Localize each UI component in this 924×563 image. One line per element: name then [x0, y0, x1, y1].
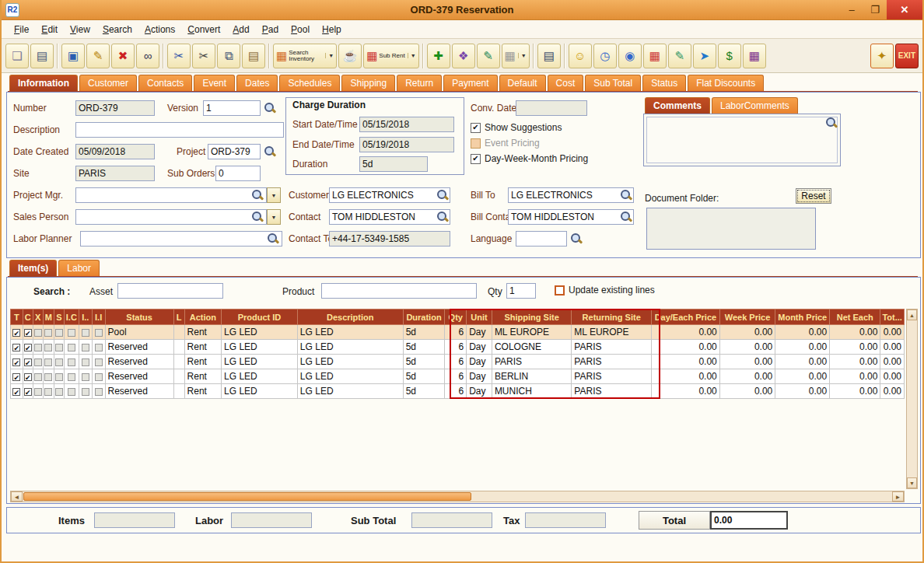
menu-search[interactable]: Search — [96, 22, 138, 37]
comments-search-icon[interactable] — [825, 117, 837, 128]
menu-pad[interactable]: Pad — [256, 22, 285, 37]
menu-convert[interactable]: Convert — [181, 22, 226, 37]
event-pricing-checkbox[interactable]: Event Pricing — [471, 138, 540, 149]
sales-person-dropdown-button[interactable]: ▼ — [267, 209, 281, 225]
menu-edit[interactable]: Edit — [35, 22, 64, 37]
row-checkbox[interactable]: ✔ — [24, 388, 32, 396]
feedback-button[interactable]: ☺ — [569, 44, 592, 68]
item-row[interactable]: ✔✔ReservedRentLG LEDLG LED5d6DayCOLOGNEP… — [11, 340, 905, 355]
comments-box[interactable] — [643, 114, 841, 166]
project-mgr-dropdown-button[interactable]: ▼ — [267, 187, 281, 203]
column-header-unit[interactable]: Unit — [467, 309, 492, 325]
menu-add[interactable]: Add — [226, 22, 255, 37]
column-header-description[interactable]: Description — [297, 309, 403, 325]
row-checkbox[interactable]: ✔ — [24, 344, 32, 351]
row-checkbox[interactable]: ✔ — [24, 358, 32, 366]
column-header-week-price[interactable]: Week Price — [719, 309, 775, 325]
project-mgr-field[interactable] — [75, 187, 267, 203]
row-checkbox[interactable]: ✔ — [24, 373, 32, 381]
modules-button[interactable]: ▦ — [743, 44, 766, 68]
tab-event[interactable]: Event — [194, 75, 235, 91]
sub-rent-button[interactable]: ▦Sub Rent▼ — [363, 44, 418, 68]
column-header-l[interactable]: L — [173, 309, 184, 325]
tab-status[interactable]: Status — [642, 75, 686, 91]
tab-cost[interactable]: Cost — [548, 75, 584, 91]
row-checkbox[interactable] — [44, 344, 52, 351]
edit-note-button[interactable]: ✎ — [477, 44, 500, 68]
tab-default[interactable]: Default — [499, 75, 546, 91]
tab-flat-discounts[interactable]: Flat Discounts — [688, 75, 764, 91]
tab-contacts[interactable]: Contacts — [138, 75, 192, 91]
menu-pool[interactable]: Pool — [285, 22, 316, 37]
column-header-i-c[interactable]: I.C — [64, 309, 79, 325]
column-header-net-each[interactable]: Net Each — [830, 309, 880, 325]
tab-customer[interactable]: Customer — [79, 75, 137, 91]
money-button[interactable]: $ — [718, 44, 741, 68]
tab-laborcomments[interactable]: LaborComments — [712, 97, 798, 114]
row-checkbox[interactable] — [82, 358, 89, 366]
find-button[interactable]: ∞ — [136, 44, 159, 68]
reset-button[interactable]: Reset — [796, 188, 831, 204]
rates-button[interactable]: ➤ — [693, 44, 716, 68]
row-checkbox[interactable] — [44, 373, 52, 381]
row-checkbox[interactable] — [82, 388, 89, 396]
row-checkbox[interactable] — [44, 329, 52, 337]
column-header-x[interactable]: X — [33, 309, 43, 325]
item-row[interactable]: ✔✔PoolRentLG LEDLG LED5d6DayML EUROPEML … — [11, 325, 905, 340]
description-field[interactable] — [75, 122, 284, 138]
minimize-button[interactable]: – — [840, 0, 863, 19]
number-field[interactable]: ORD-379 — [75, 100, 155, 116]
tab-comments[interactable]: Comments — [645, 97, 710, 114]
language-search-icon[interactable] — [570, 233, 582, 244]
contact-field[interactable]: TOM HIDDLESTON — [329, 209, 450, 225]
edit-button[interactable]: ✎ — [86, 44, 110, 68]
row-checkbox[interactable] — [55, 358, 63, 366]
comments-text[interactable] — [646, 117, 838, 163]
column-header-shipping-site[interactable]: Shipping Site — [492, 309, 571, 325]
sales-person-search-icon[interactable] — [251, 211, 263, 222]
column-header-month-price[interactable]: Month Price — [775, 309, 830, 325]
copy-button[interactable]: ⧉ — [217, 44, 240, 68]
row-checkbox[interactable]: ✔ — [12, 329, 20, 337]
column-header-day-each-price[interactable]: Day/Each Price — [651, 309, 719, 325]
search-inventory-button[interactable]: ▦Search Inventory▼ — [273, 44, 337, 68]
cut-to-document-button[interactable]: ✂ — [167, 44, 191, 68]
scroll-left-button[interactable]: ◄ — [11, 491, 23, 502]
qty-input[interactable]: 1 — [506, 283, 536, 299]
column-header-t[interactable]: T — [11, 309, 23, 325]
row-checkbox[interactable] — [95, 344, 103, 351]
row-checkbox[interactable]: ✔ — [24, 329, 32, 337]
version-search-icon[interactable] — [264, 102, 275, 114]
menu-help[interactable]: Help — [316, 22, 348, 37]
document-folder-box[interactable] — [646, 208, 816, 250]
item-row[interactable]: ✔✔ReservedRentLG LEDLG LED5d6DayMUNICHPA… — [11, 384, 905, 399]
row-checkbox[interactable] — [44, 388, 52, 396]
add-line-button[interactable]: ✚ — [427, 44, 450, 68]
row-checkbox[interactable] — [68, 358, 75, 366]
asset-input[interactable] — [117, 283, 223, 299]
dwm-pricing-checkbox[interactable]: ✔Day-Week-Month Pricing — [471, 153, 588, 164]
date-created-field[interactable]: 05/09/2018 — [75, 144, 155, 159]
row-checkbox[interactable] — [68, 373, 75, 381]
row-checkbox[interactable]: ✔ — [12, 344, 20, 351]
contact-tel-field[interactable]: +44-17-5349-1585 — [329, 231, 450, 247]
tab-shipping[interactable]: Shipping — [341, 75, 395, 91]
vertical-scrollbar[interactable]: ▲ ▼ — [906, 309, 918, 489]
site-field[interactable]: PARIS — [75, 166, 155, 181]
groups-button[interactable]: ❖ — [452, 44, 475, 68]
row-checkbox[interactable] — [68, 344, 75, 351]
start-date-field[interactable]: 05/15/2018 — [359, 117, 454, 132]
row-checkbox[interactable] — [55, 388, 63, 396]
row-checkbox[interactable] — [95, 329, 103, 337]
row-checkbox[interactable] — [34, 344, 42, 351]
menu-actions[interactable]: Actions — [138, 22, 181, 37]
item-row[interactable]: ✔✔ReservedRentLG LEDLG LED5d6DayPARISPAR… — [11, 355, 905, 369]
inventory-cubes-button[interactable]: ▦ — [643, 44, 667, 68]
customer-search-icon[interactable] — [436, 189, 448, 201]
row-checkbox[interactable]: ✔ — [12, 388, 20, 396]
scroll-right-button[interactable]: ► — [892, 491, 904, 502]
row-checkbox[interactable] — [55, 329, 63, 337]
bill-to-field[interactable]: LG ELECTRONICS — [508, 187, 634, 203]
project-field[interactable]: ORD-379 — [208, 144, 261, 159]
customer-field[interactable]: LG ELECTRONICS — [329, 187, 450, 203]
